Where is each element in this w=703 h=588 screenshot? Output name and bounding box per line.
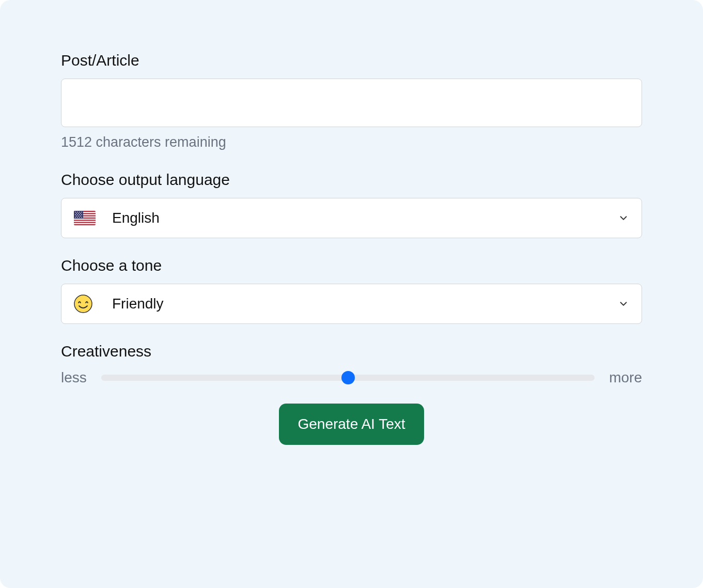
svg-point-20: [78, 215, 79, 216]
svg-rect-5: [74, 221, 96, 222]
characters-remaining: 1512 characters remaining: [61, 134, 642, 150]
svg-point-25: [81, 217, 82, 218]
svg-point-21: [80, 215, 81, 216]
post-article-section: Post/Article 1512 characters remaining: [61, 52, 642, 150]
svg-point-8: [75, 212, 76, 213]
slider-min-label: less: [61, 369, 87, 386]
creativeness-label: Creativeness: [61, 343, 642, 360]
svg-point-17: [79, 214, 80, 215]
svg-point-22: [75, 217, 76, 218]
language-label: Choose output language: [61, 171, 642, 189]
svg-point-13: [78, 213, 79, 214]
tone-section: Choose a tone Friendly: [61, 257, 642, 324]
svg-point-23: [77, 217, 78, 218]
svg-point-12: [76, 213, 77, 214]
language-section: Choose output language: [61, 171, 642, 238]
svg-point-18: [81, 214, 82, 215]
creativeness-section: Creativeness less more: [61, 343, 642, 386]
svg-point-11: [81, 212, 82, 213]
creativeness-slider[interactable]: [101, 372, 595, 384]
svg-point-16: [77, 214, 78, 215]
tone-label: Choose a tone: [61, 257, 642, 274]
smile-emoji-icon: [74, 295, 96, 313]
form-container: Post/Article 1512 characters remaining C…: [0, 0, 703, 588]
slider-max-label: more: [609, 369, 642, 386]
svg-point-19: [76, 215, 77, 216]
tone-select[interactable]: Friendly: [61, 284, 642, 324]
svg-rect-4: [74, 219, 96, 220]
svg-point-26: [74, 295, 92, 313]
tone-selected-value: Friendly: [112, 296, 618, 312]
slider-thumb[interactable]: [341, 371, 355, 384]
generate-button[interactable]: Generate AI Text: [279, 404, 424, 445]
language-select[interactable]: English: [61, 198, 642, 238]
post-article-label: Post/Article: [61, 52, 642, 69]
language-selected-value: English: [112, 210, 618, 226]
svg-point-14: [80, 213, 81, 214]
svg-rect-6: [74, 223, 96, 224]
post-article-input[interactable]: [61, 79, 642, 127]
svg-point-10: [79, 212, 80, 213]
svg-point-24: [79, 217, 80, 218]
us-flag-icon: [74, 211, 96, 225]
chevron-down-icon: [618, 298, 629, 310]
svg-point-15: [75, 214, 76, 215]
chevron-down-icon: [618, 212, 629, 224]
svg-point-9: [77, 212, 78, 213]
